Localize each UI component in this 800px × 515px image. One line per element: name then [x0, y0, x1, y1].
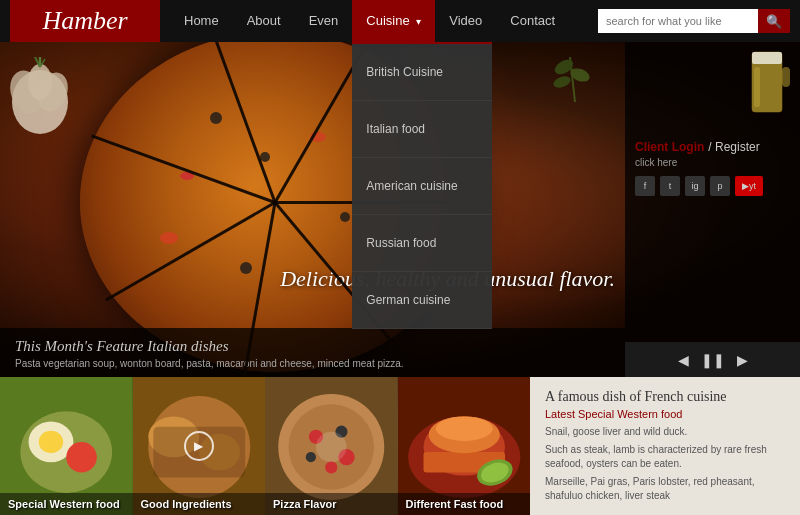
feature-title: This Month's Feature Italian dishes: [15, 338, 610, 355]
search-button[interactable]: 🔍: [758, 9, 790, 33]
thumb-3-overlay: Pizza Flavor: [265, 493, 398, 515]
logo[interactable]: Hamber: [10, 0, 160, 42]
thumb-1-overlay: Special Western food: [0, 493, 133, 515]
thumb-4-label: Different Fast food: [406, 498, 523, 510]
thumb-3-label: Pizza Flavor: [273, 498, 390, 510]
nav-cuisine[interactable]: Cuisine British Cuisine Italian food Ame…: [352, 0, 435, 42]
cuisine-british[interactable]: British Cuisine: [352, 44, 492, 101]
login-box: Client Login / Register click here f t i…: [635, 137, 790, 196]
svg-point-18: [39, 431, 63, 453]
cuisine-dropdown: British Cuisine Italian food American cu…: [352, 42, 492, 329]
hero-sidebar: Client Login / Register click here f t i…: [625, 42, 800, 377]
info-subtitle: Latest Special Western food: [545, 408, 785, 420]
youtube-icon[interactable]: ▶yt: [735, 176, 763, 196]
pause-button[interactable]: ❚❚: [701, 352, 725, 368]
svg-point-20: [66, 442, 97, 473]
client-login-link[interactable]: Client Login: [635, 140, 704, 154]
main-nav: Home About Even Cuisine British Cuisine …: [170, 0, 569, 42]
click-here-label: click here: [635, 157, 790, 168]
svg-point-10: [552, 74, 572, 90]
slideshow-controls: ◀ ❚❚ ▶: [625, 342, 800, 377]
play-button[interactable]: ▶: [184, 431, 214, 461]
herb-decoration: [550, 47, 600, 111]
svg-rect-12: [752, 52, 782, 64]
feature-desc: Pasta vegetarian soup, wonton board, pas…: [15, 358, 610, 369]
nav-home[interactable]: Home: [170, 0, 233, 42]
nav-contact[interactable]: Contact: [496, 0, 569, 42]
info-desc-2: Such as steak, lamb is characterized by …: [545, 443, 785, 471]
thumb-2-overlay: Good Ingredients: [133, 493, 266, 515]
nav-even[interactable]: Even: [295, 0, 353, 42]
header: Hamber Home About Even Cuisine British C…: [0, 0, 800, 42]
prev-button[interactable]: ◀: [678, 352, 689, 368]
feature-bar: This Month's Feature Italian dishes Past…: [0, 328, 625, 377]
thumb-pizza-flavor[interactable]: Pizza Flavor: [265, 377, 398, 515]
svg-point-33: [325, 461, 337, 473]
svg-point-34: [316, 432, 347, 463]
cuisine-italian[interactable]: Italian food: [352, 101, 492, 158]
svg-rect-13: [782, 67, 790, 87]
info-panel: A famous dish of French cuisine Latest S…: [530, 377, 800, 515]
info-title: A famous dish of French cuisine: [545, 389, 785, 405]
cuisine-russian[interactable]: Russian food: [352, 215, 492, 272]
thumb-different-fastfood[interactable]: Different Fast food: [398, 377, 531, 515]
cuisine-american[interactable]: American cuisine: [352, 158, 492, 215]
garlic-decoration: [5, 57, 75, 141]
thumbnail-grid: Special Western food ▶ Good Ingredients: [0, 377, 530, 515]
cuisine-german[interactable]: German cuisine: [352, 272, 492, 329]
svg-point-3: [28, 64, 52, 100]
info-desc-3: Marseille, Pai gras, Paris lobster, red …: [545, 475, 785, 503]
thumb-special-western[interactable]: Special Western food: [0, 377, 133, 515]
nav-video[interactable]: Video: [435, 0, 496, 42]
search-input[interactable]: [598, 9, 758, 33]
nav-about[interactable]: About: [233, 0, 295, 42]
bottom-section: Special Western food ▶ Good Ingredients: [0, 377, 800, 515]
register-link[interactable]: / Register: [708, 140, 759, 154]
svg-point-32: [306, 452, 316, 462]
next-button[interactable]: ▶: [737, 352, 748, 368]
instagram-icon[interactable]: ig: [685, 176, 705, 196]
thumb-2-label: Good Ingredients: [141, 498, 258, 510]
facebook-icon[interactable]: f: [635, 176, 655, 196]
svg-point-40: [435, 416, 492, 440]
drink-decoration: [740, 47, 795, 141]
svg-rect-14: [754, 67, 760, 107]
search-area: 🔍: [598, 9, 790, 33]
thumb-good-ingredients[interactable]: ▶ Good Ingredients: [133, 377, 266, 515]
thumb-1-label: Special Western food: [8, 498, 125, 510]
social-icons: f t ig p ▶yt: [635, 176, 790, 196]
pinterest-icon[interactable]: p: [710, 176, 730, 196]
thumb-4-overlay: Different Fast food: [398, 493, 531, 515]
twitter-icon[interactable]: t: [660, 176, 680, 196]
info-desc-1: Snail, goose liver and wild duck.: [545, 425, 785, 439]
